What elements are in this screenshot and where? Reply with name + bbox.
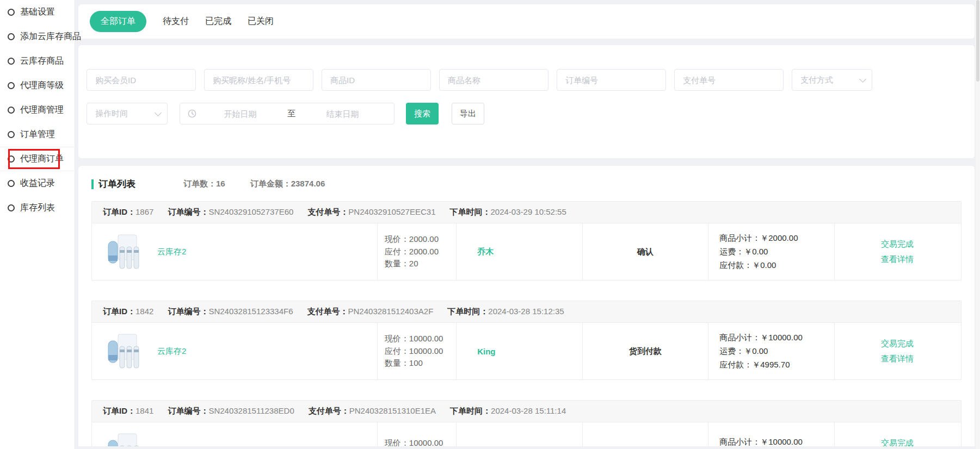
order-body: 云库存2 现价：10000.00 应付：10000.00 King 后台 商品 (92, 422, 961, 446)
price-cell: 现价：10000.00 应付：10000.00 数量：100 (377, 323, 456, 379)
order-row: 订单ID：1867 订单编号：SN2403291052737E60 支付单号：P… (91, 201, 961, 280)
buyer-name: King (477, 446, 495, 447)
product-name-link[interactable]: 云库存2 (157, 446, 186, 447)
tab-closed[interactable]: 已关闭 (248, 16, 274, 27)
order-sn-value: SN2403281511238ED0 (208, 406, 294, 415)
filter-panel: 支付方式 操作时间 至 搜索 (78, 45, 975, 158)
pay-sn-label: 支付单号： (309, 406, 349, 415)
quantity: 数量：100 (385, 358, 456, 369)
amount-payable: 应付款：￥4995.70 (719, 360, 834, 370)
order-time-value: 2024-03-29 10:52:55 (491, 207, 566, 216)
shipping-fee: 运费：￥0.00 (719, 247, 834, 257)
order-time-label: 下单时间： (450, 406, 491, 415)
product-id-input[interactable] (322, 69, 431, 91)
view-details-link[interactable]: 查看详情 (881, 254, 914, 265)
order-list-panel: 订单列表 订单数：16 订单金额：23874.06 订单ID：1867 订单编号… (78, 166, 975, 446)
end-date-input[interactable] (299, 109, 386, 119)
trade-status: 交易完成 (881, 438, 914, 447)
search-button[interactable]: 搜索 (406, 103, 439, 124)
tab-completed[interactable]: 已完成 (205, 16, 231, 27)
pay-sn-value: PN2403281512403A2F (348, 307, 434, 316)
trade-status: 交易完成 (881, 339, 914, 349)
page-scrollbar[interactable] (976, 0, 980, 449)
date-range-separator: 至 (284, 109, 299, 119)
product-image (106, 333, 149, 369)
current-price: 现价：2000.00 (385, 234, 456, 245)
payment-method-select[interactable]: 支付方式 (792, 69, 872, 91)
product-image (106, 433, 149, 446)
buyer-cell: 乔木 (456, 223, 582, 280)
sidebar-item-label: 代理商管理 (20, 104, 64, 116)
sidebar-item-label: 代理商等级 (20, 80, 64, 91)
order-sn-value: SN24032815123334F6 (208, 307, 293, 316)
order-type-cell: 后台 (582, 422, 708, 446)
pay-sn-label: 支付单号： (307, 207, 348, 216)
order-type-cell: 确认 (582, 223, 708, 280)
subtotal: 商品小计：￥10000.00 (719, 437, 834, 446)
quantity: 数量：20 (385, 259, 456, 269)
radio-circle-icon (8, 180, 15, 187)
operate-time-select[interactable]: 操作时间 (87, 103, 168, 124)
tab-pending-payment[interactable]: 待支付 (163, 16, 189, 27)
actions-cell: 交易完成 查看详情 (834, 223, 960, 280)
current-price: 现价：10000.00 (385, 438, 456, 446)
payment-sn-input[interactable] (674, 69, 784, 91)
pay-sn-value: PN240328151310E1EA (349, 406, 436, 415)
totals-cell: 商品小计：￥2000.00 运费：￥0.00 应付款：￥0.00 (708, 223, 834, 280)
list-stats: 订单数：16 订单金额：23874.06 (183, 179, 325, 189)
product-name-input[interactable] (439, 69, 548, 91)
sidebar-item-order-management[interactable]: 订单管理 (0, 122, 75, 147)
payable-price: 应付：2000.00 (385, 247, 456, 257)
tab-all-orders[interactable]: 全部订单 (90, 11, 146, 32)
order-time-label: 下单时间： (450, 207, 491, 216)
sidebar-item-label: 云库存商品 (20, 55, 64, 67)
order-row: 订单ID：1841 订单编号：SN2403281511238ED0 支付单号：P… (91, 400, 961, 446)
sidebar-item-label: 添加云库存商品 (20, 31, 81, 42)
product-name-link[interactable]: 云库存2 (157, 247, 186, 257)
order-head: 订单ID：1842 订单编号：SN24032815123334F6 支付单号：P… (92, 301, 961, 323)
filter-row-1: 支付方式 (87, 69, 975, 91)
price-cell: 现价：2000.00 应付：2000.00 数量：20 (377, 223, 456, 280)
chevron-down-icon (155, 109, 162, 116)
list-title: 订单列表 (98, 178, 135, 190)
sidebar-item-label: 订单管理 (20, 129, 55, 140)
sidebar-item-add-cloud-stock-product[interactable]: 添加云库存商品 (0, 24, 75, 49)
sidebar-item-label: 基础设置 (20, 7, 55, 18)
scrollbar-thumb[interactable] (976, 0, 979, 82)
order-id-value: 1841 (135, 406, 153, 415)
payable-price: 应付：10000.00 (385, 346, 456, 357)
order-sn-label: 订单编号： (168, 307, 208, 316)
product-cell: 云库存2 (92, 323, 377, 379)
order-sn-input[interactable] (557, 69, 666, 91)
radio-circle-icon (8, 107, 15, 114)
pay-sn-label: 支付单号： (307, 307, 348, 316)
totals-cell: 商品小计：￥10000.00 运费：￥0.00 (708, 422, 834, 446)
view-details-link[interactable]: 查看详情 (881, 354, 914, 364)
product-name-link[interactable]: 云库存2 (157, 346, 186, 357)
sidebar-item-stock-list[interactable]: 库存列表 (0, 196, 75, 220)
chevron-down-icon (859, 76, 866, 83)
order-row: 订单ID：1842 订单编号：SN24032815123334F6 支付单号：P… (91, 301, 961, 380)
sidebar-item-label: 库存列表 (20, 202, 55, 214)
sidebar-item-basic-settings[interactable]: 基础设置 (0, 0, 75, 24)
actions-cell: 交易完成 查看详情 (834, 422, 960, 446)
order-time-label: 下单时间： (447, 307, 488, 316)
radio-circle-icon (8, 9, 15, 16)
export-button[interactable]: 导出 (452, 103, 484, 124)
sidebar-item-cloud-stock-product[interactable]: 云库存商品 (0, 49, 75, 73)
buyer-nickname-input[interactable] (204, 69, 313, 91)
buyer-member-id-input[interactable] (87, 69, 196, 91)
radio-circle-icon (8, 204, 15, 211)
sidebar-item-agent-management[interactable]: 代理商管理 (0, 98, 75, 122)
pay-sn-value: PN24032910527EEC31 (348, 207, 435, 216)
order-body: 云库存2 现价：10000.00 应付：10000.00 数量：100 King… (92, 323, 961, 379)
start-date-input[interactable] (196, 109, 284, 119)
current-price: 现价：10000.00 (385, 334, 456, 344)
sidebar-item-agent-orders[interactable]: 代理商订单 (0, 147, 75, 171)
date-range-picker[interactable]: 至 (180, 103, 395, 124)
price-cell: 现价：10000.00 应付：10000.00 (377, 422, 456, 446)
sidebar-item-agent-level[interactable]: 代理商等级 (0, 73, 75, 98)
sidebar-item-earnings-record[interactable]: 收益记录 (0, 171, 75, 196)
order-type: 货到付款 (629, 346, 662, 357)
totals-cell: 商品小计：￥10000.00 运费：￥0.00 应付款：￥4995.70 (708, 323, 834, 379)
